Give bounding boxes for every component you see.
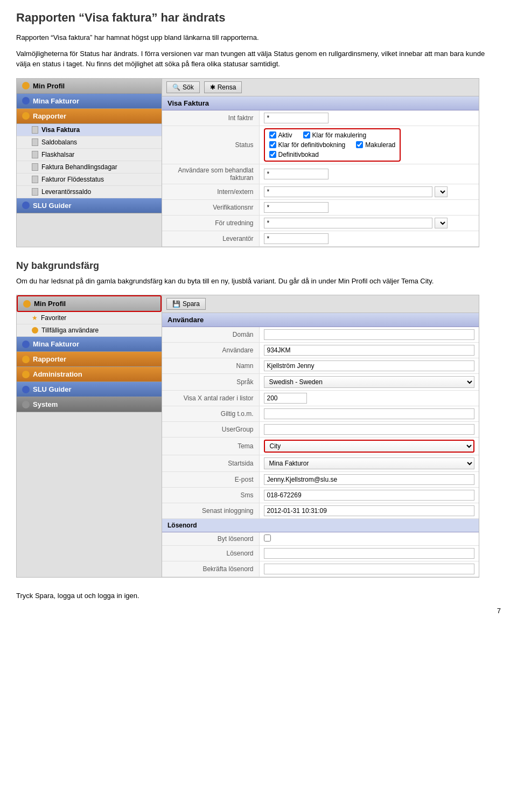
- field-label-behandlat: Användare som behandlatfakturan: [162, 164, 259, 184]
- save-icon: 💾: [172, 300, 180, 308]
- senast-input[interactable]: [264, 505, 475, 516]
- table-row-doman: Domän: [162, 327, 479, 343]
- doman-input[interactable]: [264, 329, 475, 340]
- sidebar-header-rapporter-2[interactable]: Rapporter: [17, 352, 162, 367]
- status-klar-makulering: Klar för makulering: [303, 131, 367, 139]
- field-label-losenord: Lösenord: [162, 546, 259, 561]
- usergroup-input[interactable]: [264, 424, 475, 435]
- checkbox-klar-makulering[interactable]: [303, 131, 310, 138]
- field-label-giltig: Giltig t.o.m.: [162, 406, 259, 422]
- verifikationsnr-input[interactable]: [264, 202, 329, 213]
- sidebar-item-leverantorssaldo[interactable]: Leverantörssaldo: [17, 186, 162, 198]
- table-row-verifikationsnr: Verifikationsnr: [162, 199, 479, 215]
- field-label-byt-losenord: Byt lösenord: [162, 532, 259, 546]
- table-row-status: Status Aktiv Klar för makulering: [162, 126, 479, 164]
- table-row-giltig: Giltig t.o.m.: [162, 406, 479, 422]
- field-value-verifikationsnr: [259, 199, 479, 215]
- field-label-usergroup: UserGroup: [162, 422, 259, 438]
- sidebar-header-administration[interactable]: Administration: [17, 367, 162, 382]
- giltig-input[interactable]: [264, 408, 475, 419]
- field-label-verifikationsnr: Verifikationsnr: [162, 199, 259, 215]
- epost-input[interactable]: [264, 474, 475, 485]
- checkbox-aktiv[interactable]: [269, 131, 276, 138]
- sidebar-item-flaskhalsar[interactable]: Flaskhalsar: [17, 149, 162, 161]
- table-row-forutredning: För utredning: [162, 215, 479, 231]
- sidebar-header-minprofil-2[interactable]: Min Profil: [17, 295, 162, 312]
- field-value-leverantor: [259, 231, 479, 246]
- sidebar-header-rapporter[interactable]: Rapporter: [17, 109, 162, 124]
- internextern-input[interactable]: [264, 186, 432, 197]
- screenshot-1: Min Profil Mina Fakturor Rapporter Visa …: [16, 78, 479, 247]
- intfaktnr-input[interactable]: [264, 113, 329, 123]
- table-row-losenord-header: Lösenord: [162, 519, 479, 532]
- page-title: Rapporten “Visa faktura” har ändrats: [16, 11, 501, 25]
- namn-input[interactable]: [264, 360, 475, 371]
- sidebar-2: Min Profil ★ Favoriter Tillfälliga använ…: [17, 295, 162, 577]
- field-value-doman: [259, 327, 479, 343]
- sidebar-item-tillfallliga[interactable]: Tillfälliga användare: [17, 324, 162, 337]
- field-value-startsida: Mina Fakturor: [259, 455, 479, 472]
- sidebar-header-mina-fakturor-2[interactable]: Mina Fakturor: [17, 337, 162, 352]
- field-value-status: Aktiv Klar för makulering Kl: [259, 126, 479, 164]
- bekrafta-losenord-input[interactable]: [264, 564, 475, 574]
- forutredning-input[interactable]: [264, 218, 432, 228]
- doc-icon-6: [32, 188, 38, 196]
- table-row-namn: Namn: [162, 358, 479, 374]
- tema-select[interactable]: City: [264, 440, 475, 453]
- sidebar-header-slu-guider[interactable]: SLU Guider: [17, 198, 162, 213]
- fakturor-icon: [22, 97, 30, 105]
- table-row-sms: Sms: [162, 488, 479, 503]
- field-label-namn: Namn: [162, 358, 259, 374]
- status-checkboxes: Aktiv Klar för makulering Kl: [264, 128, 401, 162]
- status-klar-definitiv: Klar för definitivbokning: [269, 141, 346, 149]
- checkbox-definitivbokad[interactable]: [269, 151, 276, 158]
- field-value-bekrafta-losenord: [259, 561, 479, 577]
- field-label-leverantor: Leverantör: [162, 231, 259, 246]
- behandlat-input[interactable]: [264, 169, 329, 179]
- internextern-select[interactable]: [435, 186, 448, 197]
- table-row-senast-inloggning: Senast inloggning: [162, 503, 479, 519]
- losenord-input[interactable]: [264, 548, 475, 559]
- sidebar-item-visa-faktura[interactable]: Visa Faktura: [17, 124, 162, 136]
- byt-losenord-checkbox[interactable]: [264, 535, 271, 542]
- search-icon: 🔍: [172, 84, 180, 91]
- save-button[interactable]: 💾 Spara: [166, 298, 206, 310]
- toolbar-1: 🔍 Sök ✱ Rensa: [162, 79, 479, 96]
- doc-icon-2: [32, 138, 38, 146]
- sprak-select[interactable]: Swedish - Sweden: [264, 376, 475, 388]
- clear-button[interactable]: ✱ Rensa: [204, 81, 242, 93]
- sidebar-header-slu-guider-2[interactable]: SLU Guider: [17, 382, 162, 397]
- search-button[interactable]: 🔍 Sök: [166, 81, 200, 93]
- doc-icon-5: [32, 176, 38, 183]
- startsida-select[interactable]: Mina Fakturor: [264, 457, 475, 469]
- field-label-senast-inloggning: Senast inloggning: [162, 503, 259, 519]
- field-label-bekrafta-losenord: Bekräfta lösenord: [162, 561, 259, 577]
- doc-icon-3: [32, 151, 38, 158]
- table-row-leverantor: Leverantör: [162, 231, 479, 246]
- sidebar-header-system[interactable]: System: [17, 397, 162, 412]
- sidebar-header-minprofil[interactable]: Min Profil: [17, 79, 162, 94]
- sms-input[interactable]: [264, 490, 475, 501]
- sidebar-header-mina-fakturor[interactable]: Mina Fakturor: [17, 94, 162, 109]
- field-value-byt-losenord: [259, 532, 479, 546]
- antal-rader-input[interactable]: [264, 393, 307, 404]
- field-label-forutredning: För utredning: [162, 215, 259, 231]
- leverantor-input[interactable]: [264, 233, 329, 244]
- checkbox-klar-definitiv[interactable]: [269, 141, 276, 148]
- forutredning-select[interactable]: [435, 218, 448, 228]
- field-label-tema: Tema: [162, 438, 259, 455]
- sidebar-item-favoriter[interactable]: ★ Favoriter: [17, 312, 162, 324]
- sidebar-item-saldobalans[interactable]: Saldobalans: [17, 136, 162, 149]
- field-value-sms: [259, 488, 479, 503]
- table-row-losenord: Lösenord: [162, 546, 479, 561]
- table-row-bekrafta-losenord: Bekräfta lösenord: [162, 561, 479, 577]
- form-table-2: Domän Användare Namn: [162, 327, 479, 577]
- sidebar-item-faktura-behandlingsdagar[interactable]: Faktura Behandlingsdagar: [17, 161, 162, 173]
- guider-icon-2: [22, 386, 30, 393]
- table-row-sprak: Språk Swedish - Sweden: [162, 374, 479, 391]
- star-icon: ★: [32, 314, 38, 322]
- checkbox-makulerad[interactable]: [356, 141, 363, 148]
- anvandare-input[interactable]: [264, 345, 475, 356]
- field-value-epost: [259, 472, 479, 488]
- sidebar-item-fakturor-flodesstatus[interactable]: Fakturor Flödesstatus: [17, 173, 162, 186]
